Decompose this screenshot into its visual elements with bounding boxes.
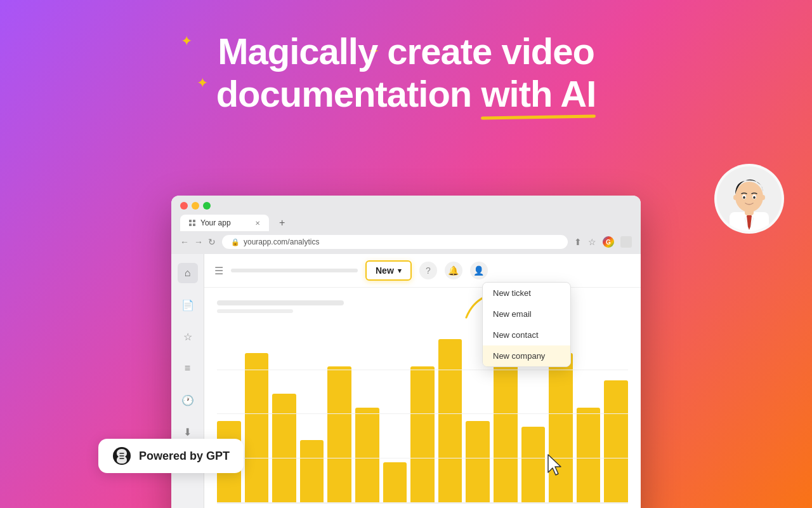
new-button-label: New (376, 265, 394, 276)
hero-title-line2: documentation (216, 73, 481, 114)
extension-icon[interactable] (620, 236, 632, 248)
toolbar-search-placeholder (231, 269, 358, 272)
app-body: ⌂ 📄 ☆ ≡ 🕐 ⬇ ☰ (171, 254, 641, 508)
sidebar-item-clock[interactable]: 🕐 (178, 390, 198, 410)
new-button[interactable]: New ▾ (365, 260, 412, 281)
gpt-badge: Powered by GPT (98, 439, 244, 473)
back-button[interactable]: ← (180, 237, 189, 247)
chart-bar (438, 339, 462, 503)
tab-bar: Your app ✕ + (180, 215, 632, 231)
google-account-icon[interactable]: G (603, 236, 614, 248)
chart-bar (355, 408, 379, 503)
nav-buttons: ← → ↻ (180, 237, 216, 247)
chart-bar (577, 408, 601, 503)
sidebar-item-home[interactable]: ⌂ (178, 263, 198, 283)
hero-title-line1: Magically create video (218, 30, 594, 72)
chart-bar (549, 353, 573, 503)
sidebar-item-document[interactable]: 📄 (178, 295, 198, 315)
traffic-lights (180, 202, 632, 210)
new-dropdown-menu: New ticket New email New contact New com… (482, 282, 571, 367)
help-icon[interactable]: ? (419, 262, 437, 279)
person-illustration (717, 166, 782, 231)
url-bar[interactable]: 🔒 yourapp.com/analytics (222, 235, 568, 249)
svg-point-8 (753, 196, 756, 199)
new-tab-button[interactable]: + (274, 217, 290, 229)
bookmark-icon[interactable]: ☆ (588, 237, 596, 247)
sidebar-item-star[interactable]: ☆ (178, 326, 198, 347)
sparkle-decoration-1: ✦ (181, 33, 192, 50)
svg-point-4 (735, 182, 763, 212)
tab-label: Your app (200, 218, 231, 227)
user-avatar-icon[interactable]: 👤 (470, 262, 488, 279)
app-toolbar: ☰ New ▾ ? 🔔 👤 (204, 254, 641, 288)
hero-section: Magically create video documentation wit… (216, 30, 596, 115)
browser-chrome: Your app ✕ + (171, 196, 641, 231)
svg-point-9 (733, 195, 737, 200)
hamburger-icon[interactable]: ☰ (214, 265, 223, 277)
reload-button[interactable]: ↻ (208, 237, 216, 247)
gpt-badge-label: Powered by GPT (139, 450, 230, 463)
chart-bar (327, 366, 351, 503)
openai-logo (112, 446, 131, 465)
dropdown-item-new-contact[interactable]: New contact (483, 324, 570, 345)
dropdown-item-new-email[interactable]: New email (483, 304, 570, 324)
url-text: yourapp.com/analytics (244, 237, 319, 246)
chart-bar (410, 366, 435, 503)
chevron-down-icon: ▾ (398, 267, 402, 275)
chart-bar (383, 462, 407, 503)
chart-title-placeholder (217, 300, 344, 305)
toolbar-right-icons: ? 🔔 👤 (419, 262, 488, 279)
address-bar: ← → ↻ 🔒 yourapp.com/analytics ⬆ ☆ G (171, 231, 641, 254)
avatar-wrapper (714, 164, 784, 234)
chart-bar (272, 394, 296, 503)
chart-area (204, 288, 641, 508)
hero-title-highlight: with AI (481, 73, 596, 116)
chart-bar (300, 440, 324, 503)
avatar (714, 164, 784, 234)
close-window-button[interactable] (180, 202, 188, 210)
svg-point-10 (761, 195, 765, 200)
sparkle-decoration-3: ✦ (197, 75, 208, 91)
lock-icon: 🔒 (231, 238, 240, 246)
notification-icon[interactable]: 🔔 (445, 262, 462, 279)
hero-title: Magically create video documentation wit… (216, 30, 596, 115)
chart-bar (604, 380, 628, 503)
chart-bar (245, 353, 269, 503)
chart-bar (521, 427, 546, 503)
sidebar-item-list[interactable]: ≡ (178, 358, 198, 378)
dropdown-item-new-ticket[interactable]: New ticket (483, 283, 570, 304)
maximize-window-button[interactable] (203, 202, 211, 210)
browser-tab[interactable]: Your app ✕ (180, 215, 269, 231)
app-main: ☰ New ▾ ? 🔔 👤 (204, 254, 641, 508)
tab-close-button[interactable]: ✕ (255, 220, 260, 227)
forward-button[interactable]: → (194, 237, 203, 247)
share-icon[interactable]: ⬆ (574, 237, 582, 247)
svg-point-7 (743, 196, 745, 199)
cursor (546, 453, 566, 478)
chart-bar (466, 421, 490, 503)
dropdown-item-new-company[interactable]: New company (483, 345, 570, 366)
minimize-window-button[interactable] (192, 202, 199, 210)
app-favicon (189, 220, 195, 226)
chart-subtitle-placeholder (217, 309, 293, 313)
browser-actions: ⬆ ☆ G (574, 236, 632, 248)
